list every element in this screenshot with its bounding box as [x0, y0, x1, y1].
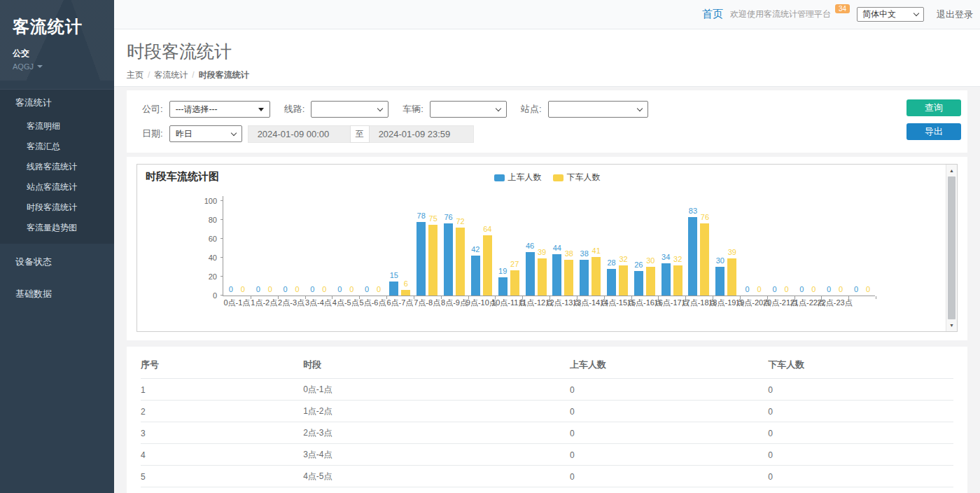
bar-alighting — [510, 270, 519, 296]
table-header-row: 序号 时段 上车人数 下车人数 — [141, 352, 953, 379]
legend-item: 上车人数 — [494, 172, 542, 183]
bar-value-label: 0 — [757, 285, 762, 293]
table-cell: 0 — [570, 487, 768, 493]
bar-column-alighting: 0 — [782, 202, 791, 296]
home-link[interactable]: 首页 — [702, 8, 723, 21]
table-cell: 0 — [570, 422, 768, 444]
sidebar-submenu-item[interactable]: 客流量趋势图 — [0, 218, 114, 238]
bar-value-label: 41 — [592, 246, 601, 255]
bar-column-boarding: 76 — [444, 202, 453, 296]
table-cell: 6 — [141, 487, 303, 493]
bar-group: 001点-2点 — [251, 202, 278, 296]
triangle-down-icon — [258, 108, 264, 111]
bar-column-boarding: 42 — [471, 202, 480, 296]
company-select[interactable]: ---请选择--- — [169, 101, 270, 118]
bar-value-label: 0 — [839, 285, 843, 293]
breadcrumb: 主页/客流统计/时段客流统计 — [127, 69, 967, 81]
sidebar-submenu-item[interactable]: 客流明细 — [0, 116, 114, 137]
vehicle-label: 车辆: — [402, 103, 424, 116]
bar-alighting — [456, 228, 465, 296]
bar-column-boarding: 0 — [308, 202, 317, 296]
bar-column-alighting: 39 — [538, 202, 547, 296]
table-row: 43点-4点00 — [141, 444, 953, 466]
sidebar-submenu-item[interactable]: 时段客流统计 — [0, 197, 114, 218]
scroll-up-icon[interactable]: ▲ — [946, 165, 957, 176]
date-range-separator: 至 — [350, 125, 370, 143]
search-button[interactable]: 查询 — [906, 99, 961, 116]
welcome-text: 欢迎使用客流统计管理平台 — [730, 8, 831, 20]
bar-value-label: 76 — [444, 213, 452, 221]
date-preset-value: 昨日 — [176, 128, 192, 140]
bar-column-boarding: 0 — [363, 202, 372, 296]
bar-value-label: 0 — [295, 285, 300, 293]
table-cell: 0 — [570, 466, 768, 487]
breadcrumb-item[interactable]: 客流统计 — [154, 70, 188, 80]
bar-value-label: 0 — [377, 285, 381, 293]
bar-value-label: 0 — [799, 285, 804, 293]
bar-value-label: 28 — [607, 258, 615, 267]
breadcrumb-item[interactable]: 主页 — [127, 70, 144, 80]
station-select[interactable] — [548, 101, 648, 118]
sidebar-item-device-status[interactable]: 设备状态 — [0, 248, 114, 276]
bar-value-label: 64 — [483, 225, 491, 233]
date-preset-select[interactable]: 昨日 — [169, 125, 242, 142]
scroll-down-icon[interactable]: ▼ — [946, 320, 957, 331]
breadcrumb-item: 时段客流统计 — [199, 70, 249, 80]
bar-value-label: 0 — [772, 285, 776, 293]
bar-alighting — [401, 290, 410, 296]
sidebar-submenu-item[interactable]: 线路客流统计 — [0, 157, 114, 177]
account-dropdown[interactable]: AQGJ — [13, 62, 102, 71]
sidebar-header: 客流统计 公交 AQGJ — [0, 0, 114, 81]
bar-column-alighting: 41 — [592, 202, 601, 296]
bar-column-alighting: 0 — [320, 202, 329, 296]
date-end-input[interactable]: 2024-01-09 23:59 — [370, 125, 474, 143]
bar-boarding — [607, 269, 616, 296]
line-select[interactable] — [311, 101, 388, 118]
table-row: 32点-3点00 — [141, 422, 953, 444]
bar-boarding — [552, 254, 561, 296]
bar-column-alighting: 38 — [564, 202, 573, 296]
bar-column-alighting: 76 — [700, 202, 709, 296]
chart-panel: 时段车流统计图 上车人数下车人数 000点-1点001点-2点002点-3点00… — [136, 164, 958, 332]
page-title: 时段客流统计 — [127, 40, 967, 63]
bar-column-boarding: 0 — [851, 202, 860, 296]
bar-value-label: 0 — [811, 285, 816, 293]
bar-group: 005点-6点 — [359, 202, 386, 296]
bar-alighting — [538, 258, 547, 296]
sidebar-nav: 客流统计 客流明细客流汇总线路客流统计站点客流统计时段客流统计客流量趋势图 设备… — [0, 89, 114, 308]
bar-alighting — [646, 267, 655, 296]
station-label: 站点: — [521, 103, 542, 116]
bar-value-label: 19 — [498, 267, 507, 275]
bar-value-label: 30 — [646, 256, 654, 265]
bar-value-label: 6 — [404, 279, 408, 288]
sidebar-item-passenger-stats[interactable]: 客流统计 — [0, 90, 114, 116]
chart-scrollbar[interactable]: ▲ ▼ — [946, 165, 957, 331]
language-select[interactable]: 简体中文 — [857, 7, 924, 22]
logout-link[interactable]: 退出登录 — [937, 8, 973, 21]
page-heading: 时段客流统计 主页/客流统计/时段客流统计 — [114, 29, 980, 87]
bar-group: 443812点-13点 — [550, 202, 577, 296]
y-axis-label: 100 — [204, 197, 217, 205]
bar-value-label: 0 — [284, 285, 288, 293]
x-axis-tick — [876, 296, 876, 299]
y-axis-label: 80 — [209, 216, 217, 224]
bar-boarding — [634, 271, 643, 296]
scrollbar-thumb[interactable] — [948, 176, 955, 319]
chevron-down-icon — [496, 105, 501, 111]
sidebar-submenu-item[interactable]: 客流汇总 — [0, 137, 114, 157]
content: 公司: ---请选择--- 线路: 车辆: 站点: — [114, 87, 980, 493]
table-cell: 2 — [141, 401, 303, 422]
vehicle-select[interactable] — [430, 101, 507, 118]
filter-buttons: 查询 导出 — [906, 99, 961, 140]
bar-value-label: 0 — [365, 285, 369, 293]
sidebar-submenu-item[interactable]: 站点客流统计 — [0, 177, 114, 197]
x-axis-label: 7点-8点 — [414, 298, 440, 308]
y-axis-label: 20 — [209, 272, 217, 281]
bar-group: 384113点-14点 — [577, 202, 604, 296]
bar-column-alighting: 32 — [619, 202, 628, 296]
date-start-input[interactable]: 2024-01-09 00:00 — [248, 125, 350, 143]
export-button[interactable]: 导出 — [906, 123, 961, 140]
bar-group: 003点-4点 — [304, 202, 332, 296]
sidebar-item-base-data[interactable]: 基础数据 — [0, 280, 114, 308]
bar-value-label: 0 — [854, 285, 858, 293]
